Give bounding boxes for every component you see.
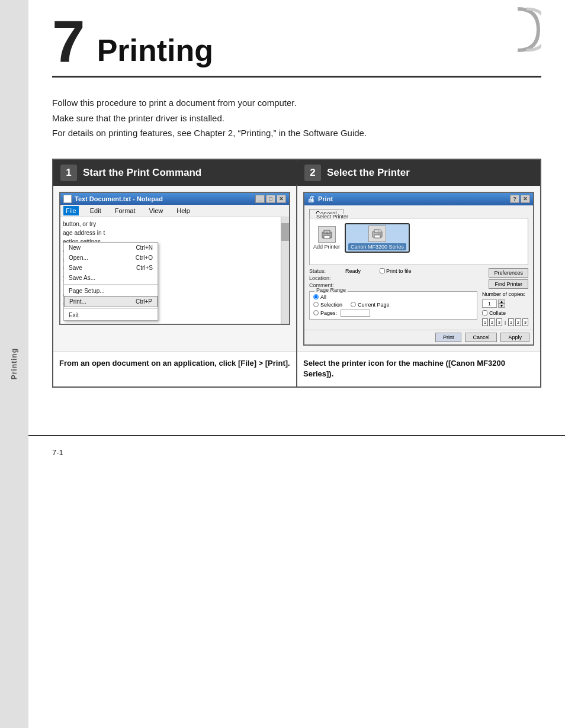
notepad-close-btn[interactable]: ✕ [277,195,286,203]
selection-radio[interactable] [313,302,319,307]
menu-format[interactable]: Format [113,206,138,215]
page-range-group: Page Range All Selection [309,291,477,320]
menu-view[interactable]: View [147,206,166,215]
current-page-label: Current Page [358,302,390,308]
notepad-controls: _ □ ✕ [255,195,286,203]
step1-caption: From an open document on an application,… [53,352,296,376]
chapter-decoration [470,6,541,53]
copies-label: Number of copies: [482,291,528,297]
pages-input[interactable] [341,310,370,317]
step1-header: 1 Start the Print Command [53,160,296,186]
chapter-number: 7 [52,12,85,71]
copies-up-btn[interactable]: ▲ [498,299,505,304]
notepad-titlebar: Text Document.txt - Notepad _ □ ✕ [60,193,289,205]
print-dialog-footer: Print Cancel Apply [304,330,533,344]
printer-buttons: Preferences Find Printer [489,268,528,289]
print-dialog-title: Print [318,195,333,202]
print-to-file-checkbox[interactable] [380,268,385,273]
add-printer-icon: + [318,226,336,243]
pages-radio[interactable] [313,310,319,315]
notepad-window: Text Document.txt - Notepad _ □ ✕ File E… [59,192,290,325]
dropdown-new[interactable]: NewCtrl+N [64,243,158,253]
menu-file[interactable]: File [63,206,79,215]
current-page-radio[interactable] [351,302,356,307]
dropdown-save[interactable]: SaveCtrl+S [64,263,158,273]
status-value: Ready [345,268,361,274]
svg-rect-2 [324,236,330,239]
menu-help[interactable]: Help [174,206,192,215]
print-to-file-label: Print to file [380,268,412,274]
canon-printer-icon [368,226,386,242]
location-label: Location: [309,275,342,281]
copies-input[interactable] [482,299,497,308]
canon-printer-label: Canon MF3200 Series [348,243,406,250]
select-printer-group: Select Printer + [309,218,528,265]
dialog-help-btn[interactable]: ? [510,195,519,203]
sidebar-label: Printing [10,348,18,379]
step2-screenshot: 🖨 Print ? ✕ General Select Printer [297,186,540,352]
copies-down-btn[interactable]: ▼ [498,304,505,308]
chapter-title: Printing [97,33,213,71]
pages-label: Pages: [320,310,337,316]
menu-edit[interactable]: Edit [88,206,104,215]
dropdown-exit[interactable]: Exit [64,310,158,320]
notepad-title-left: Text Document.txt - Notepad [63,195,163,203]
chapter-header: 7 Printing [52,0,541,78]
all-radio[interactable] [313,294,319,299]
dropdown-print[interactable]: Print...Ctrl+P [64,296,158,307]
page-range-label: Page Range [314,287,348,293]
notepad-body-wrapper: button, or try age address in t ection s… [60,217,289,324]
apply-button[interactable]: Apply [500,333,529,342]
notepad-maximize-btn[interactable]: □ [266,195,275,203]
radio-group: All Selection Current Page [313,294,473,317]
add-printer-item[interactable]: + Add Printer [313,226,340,250]
print-dialog-titlebar: 🖨 Print ? ✕ [304,193,533,205]
scrollbar-thumb [281,223,289,241]
all-label: All [320,294,326,300]
steps-container: 1 Start the Print Command Text Document.… [52,159,541,388]
cancel-button[interactable]: Cancel [465,333,497,342]
selection-radio-label: Selection Current Page [313,302,473,308]
collate-pages-visual: 1 2 3 | 1 2 3 [482,318,528,326]
notepad-file-icon [63,195,72,203]
step1-screenshot: Text Document.txt - Notepad _ □ ✕ File E… [53,186,296,352]
dropdown-save-as[interactable]: Save As... [64,273,158,283]
dropdown-open[interactable]: Open...Ctrl+O [64,253,158,263]
step2-badge: 2 [304,165,321,181]
dropdown-sep1 [64,284,158,285]
step2-title: Select the Printer [327,167,410,179]
find-printer-btn[interactable]: Find Printer [489,279,528,289]
intro-line2: Make sure that the printer driver is ins… [52,111,541,126]
step-2: 2 Select the Printer 🖨 Print ? ✕ [297,160,540,386]
notepad-title-text: Text Document.txt - Notepad [75,195,163,202]
printer-icons-row: + Add Printer [313,221,524,255]
dialog-close-btn[interactable]: ✕ [521,195,530,203]
step1-title: Start the Print Command [83,167,201,179]
file-dropdown-menu: NewCtrl+N Open...Ctrl+O SaveCtrl+S Save … [63,242,158,321]
step2-header: 2 Select the Printer [297,160,540,186]
canon-printer-item[interactable]: Canon MF3200 Series [345,223,410,253]
collate-label: Collate [482,310,528,316]
dropdown-page-setup[interactable]: Page Setup... [64,286,158,296]
dropdown-sep2 [64,308,158,309]
print-dialog: 🖨 Print ? ✕ General Select Printer [303,192,534,346]
svg-text:+: + [325,231,328,235]
page-footer: 7-1 [28,435,565,463]
print-dialog-body: General Select Printer [304,205,533,330]
sidebar: Printing [0,0,28,728]
notepad-minimize-btn[interactable]: _ [255,195,265,203]
notepad-scrollbar[interactable] [281,217,289,324]
print-button[interactable]: Print [435,333,462,342]
add-printer-label: Add Printer [313,244,340,250]
preferences-btn[interactable]: Preferences [489,268,528,278]
intro-text: Follow this procedure to print a documen… [52,95,541,141]
step-1: 1 Start the Print Command Text Document.… [53,160,297,386]
notepad-menubar: File Edit Format View Help [60,205,289,217]
step1-badge: 1 [60,165,77,181]
status-row: Status: Ready Print to file Loca [309,268,528,289]
main-content: 7 Printing Follow this procedure to prin… [28,0,565,411]
step2-caption: Select the printer icon for the machine … [297,352,540,386]
svg-rect-6 [374,235,380,238]
collate-checkbox[interactable] [482,310,487,315]
copies-area: Number of copies: ▲ ▼ [482,291,528,326]
